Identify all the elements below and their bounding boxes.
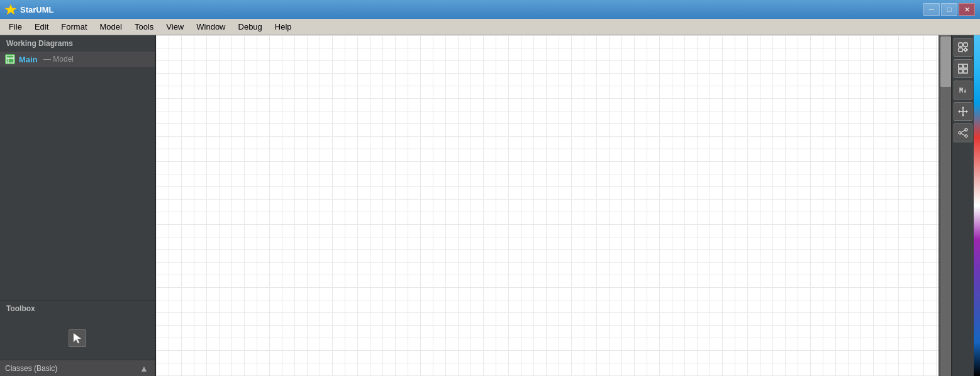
working-diagrams-section: Working Diagrams Main — Model [0,35,155,300]
cursor-tool-button[interactable] [69,329,86,347]
svg-marker-0 [5,4,16,14]
menu-item-model[interactable]: Model [94,20,128,34]
main-layout: Working Diagrams Main — Model Toolbox [0,35,980,376]
right-panel: M↓ [951,35,974,376]
svg-rect-14 [964,64,967,68]
classes-basic-bar: Classes (Basic) ▲ [0,360,155,376]
move-button[interactable] [954,102,972,121]
collapse-classes-button[interactable]: ▲ [138,363,150,374]
toolbox-header: Toolbox [0,300,155,317]
svg-marker-20 [962,115,964,117]
svg-line-26 [961,130,965,132]
app-title: StarUML [20,5,53,14]
menu-item-file[interactable]: File [3,20,28,34]
menu-item-help[interactable]: Help [269,20,298,34]
canvas-area[interactable] [156,35,951,376]
title-bar-left: StarUML [5,4,53,15]
share-button[interactable] [954,123,972,142]
svg-rect-6 [964,43,967,47]
menu-item-window[interactable]: Window [190,20,231,34]
left-panel: Working Diagrams Main — Model Toolbox [0,35,156,376]
menu-item-format[interactable]: Format [55,20,93,34]
menu-item-edit[interactable]: Edit [28,20,55,34]
diagram-name: Main [19,55,38,64]
svg-rect-2 [6,59,14,63]
svg-rect-5 [959,43,962,47]
svg-marker-4 [74,333,81,343]
app-icon [5,4,16,15]
classes-basic-label: Classes (Basic) [5,364,57,373]
minimize-button[interactable]: ─ [923,3,940,16]
menu-bar: FileEditFormatModelToolsViewWindowDebugH… [0,19,980,35]
menu-item-debug[interactable]: Debug [232,20,269,34]
diagram-context: — Model [42,55,74,64]
diagram-icon [5,54,15,64]
color-strip [974,35,980,376]
grid-button[interactable] [954,59,972,78]
svg-line-27 [961,134,965,135]
svg-rect-13 [959,64,962,68]
svg-marker-22 [966,110,968,113]
canvas-scrollbar-thumb[interactable] [940,37,951,87]
diagram-item[interactable]: Main — Model [0,52,155,67]
markdown-button[interactable]: M↓ [954,81,972,100]
svg-point-23 [965,128,967,131]
canvas-scrollbar-vertical[interactable] [940,35,951,376]
svg-rect-15 [959,69,962,73]
working-diagrams-header: Working Diagrams [0,35,155,52]
svg-rect-7 [959,48,962,52]
window-controls: ─ □ ✕ [923,3,975,16]
maximize-button[interactable]: □ [941,3,957,16]
svg-rect-16 [964,69,967,73]
diagram-canvas[interactable] [156,35,938,376]
svg-point-24 [959,132,961,134]
toolbox-cursor-area [0,317,155,360]
toolbox-section: Toolbox Classes (Basic) ▲ [0,300,155,376]
menu-item-view[interactable]: View [160,20,190,34]
svg-point-8 [964,48,967,51]
svg-marker-21 [958,110,960,113]
close-button[interactable]: ✕ [959,3,975,16]
svg-point-25 [965,135,967,137]
svg-rect-1 [6,55,14,58]
title-bar: StarUML ─ □ ✕ [0,0,980,19]
svg-marker-19 [962,106,964,108]
extensions-button[interactable] [954,38,972,57]
menu-item-tools[interactable]: Tools [128,20,160,34]
